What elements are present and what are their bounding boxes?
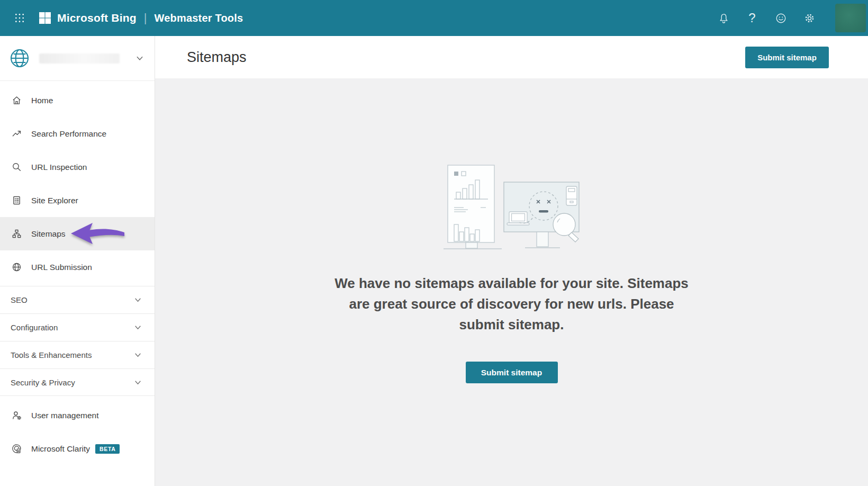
main-area: Sitemaps Submit sitemap (155, 36, 868, 486)
chevron-down-icon (135, 54, 144, 62)
document-list-icon (11, 195, 22, 205)
sidebar-footer: User management Microsoft Clarity BETA (0, 396, 155, 465)
sidebar-section-configuration[interactable]: Configuration (0, 313, 155, 341)
chevron-down-icon (134, 296, 142, 304)
help-icon[interactable]: ? (738, 4, 766, 32)
sidebar-item-home[interactable]: Home (0, 84, 155, 117)
sidebar-section-security-privacy[interactable]: Security & Privacy (0, 368, 155, 396)
sidebar-nav: Home Search Performance (0, 81, 155, 284)
topbar-actions: ? (709, 4, 868, 32)
globe-icon (11, 262, 22, 272)
sidebar-item-label: Home (31, 96, 53, 105)
sidebar: Home Search Performance (0, 36, 155, 486)
empty-state-submit-sitemap-button[interactable]: Submit sitemap (466, 362, 558, 383)
beta-badge: BETA (95, 444, 120, 454)
sidebar-item-label: Microsoft Clarity (31, 444, 90, 454)
sidebar-item-site-explorer[interactable]: Site Explorer (0, 184, 155, 217)
sidebar-sections: SEO Configuration Tools & Enhancements S… (0, 286, 155, 396)
home-icon (11, 95, 22, 105)
sitemap-hierarchy-icon (11, 229, 22, 239)
sidebar-item-label: User management (31, 411, 99, 420)
sidebar-item-label: Sitemaps (31, 229, 66, 239)
sidebar-section-seo[interactable]: SEO (0, 286, 155, 313)
submit-sitemap-button[interactable]: Submit sitemap (745, 47, 829, 68)
empty-state: We have no sitemaps available for your s… (155, 78, 868, 486)
brand-name: Microsoft Bing (57, 12, 137, 24)
empty-state-message: We have no sitemaps available for your s… (329, 273, 694, 335)
sidebar-item-microsoft-clarity[interactable]: Microsoft Clarity BETA (0, 432, 155, 465)
site-selector[interactable] (0, 36, 155, 81)
sidebar-item-url-submission[interactable]: URL Submission (0, 250, 155, 284)
user-gear-icon (11, 410, 22, 420)
site-globe-icon (10, 48, 30, 68)
page-header: Sitemaps Submit sitemap (155, 36, 868, 78)
trend-up-icon (11, 129, 22, 139)
profile-avatar[interactable] (835, 4, 866, 32)
sidebar-item-label: URL Submission (31, 263, 92, 272)
page-title: Sitemaps (187, 49, 247, 66)
product-name: Webmaster Tools (155, 12, 243, 24)
sidebar-item-url-inspection[interactable]: URL Inspection (0, 150, 155, 184)
sidebar-item-sitemaps[interactable]: Sitemaps (0, 217, 155, 250)
sidebar-section-tools-enhancements[interactable]: Tools & Enhancements (0, 341, 155, 368)
section-label: Tools & Enhancements (11, 350, 92, 359)
feedback-smiley-icon[interactable] (766, 4, 795, 32)
sidebar-item-label: Site Explorer (31, 196, 78, 205)
chevron-down-icon (134, 379, 142, 386)
app-launcher-icon[interactable] (8, 7, 31, 29)
sidebar-item-user-management[interactable]: User management (0, 399, 155, 432)
notifications-bell-icon[interactable] (709, 4, 738, 32)
empty-state-illustration (440, 159, 583, 253)
topbar: Microsoft Bing | Webmaster Tools ? (0, 0, 868, 36)
sidebar-item-search-performance[interactable]: Search Performance (0, 117, 155, 150)
clarity-swirl-icon (11, 444, 22, 454)
section-label: Configuration (11, 323, 58, 332)
app-body: Home Search Performance (0, 36, 868, 486)
chevron-down-icon (134, 351, 142, 359)
section-label: Security & Privacy (11, 378, 75, 387)
settings-gear-icon[interactable] (795, 4, 824, 32)
brand-divider: | (144, 11, 147, 25)
site-name-blurred (39, 53, 120, 64)
sidebar-item-label: Search Performance (31, 129, 106, 139)
microsoft-logo-icon (39, 12, 51, 24)
chevron-down-icon (134, 323, 142, 331)
magnifier-icon (11, 162, 22, 172)
sidebar-item-label: URL Inspection (31, 163, 87, 172)
section-label: SEO (11, 295, 28, 304)
help-glyph: ? (748, 12, 755, 24)
